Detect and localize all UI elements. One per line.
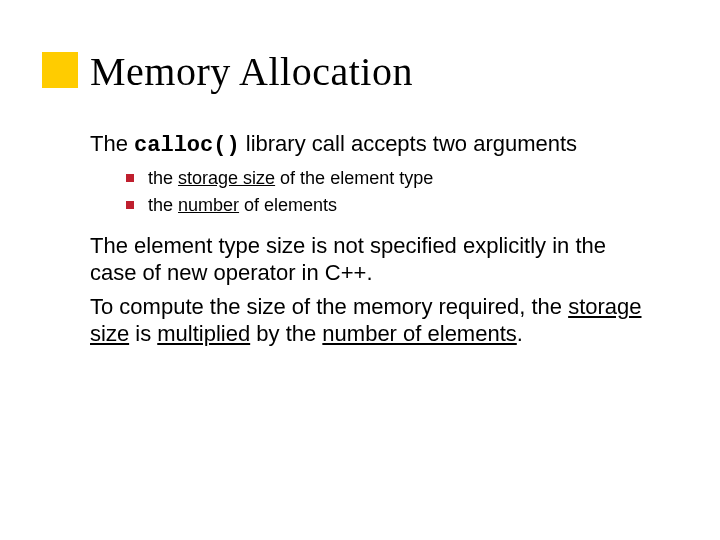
p3-t3: by the [250,321,322,346]
intro-post: library call accepts two arguments [240,131,577,156]
accent-square [42,52,78,88]
b0-post: of the element type [275,168,433,188]
b0-pre: the [148,168,178,188]
b1-post: of elements [239,195,337,215]
intro-code: calloc() [134,133,240,158]
bullet-icon [126,201,134,209]
slide-title: Memory Allocation [90,48,413,95]
p3-u2: multiplied [157,321,250,346]
bullet-icon [126,174,134,182]
paragraph-2: The element type size is not specified e… [90,232,655,287]
list-item: the number of elements [126,193,655,218]
bullet-list: the storage size of the element type the… [126,166,655,218]
list-item: the storage size of the element type [126,166,655,191]
b1-u: number [178,195,239,215]
b1-pre: the [148,195,178,215]
b0-u: storage size [178,168,275,188]
p3-t1: To compute the size of the memory requir… [90,294,568,319]
p3-t2: is [129,321,157,346]
intro-pre: The [90,131,134,156]
p3-t4: . [517,321,523,346]
p3-u3: number of elements [322,321,516,346]
paragraph-3: To compute the size of the memory requir… [90,293,655,348]
bullet-text: the number of elements [148,193,337,218]
intro-paragraph: The calloc() library call accepts two ar… [90,130,655,160]
bullet-text: the storage size of the element type [148,166,433,191]
slide-body: The calloc() library call accepts two ar… [90,130,655,354]
